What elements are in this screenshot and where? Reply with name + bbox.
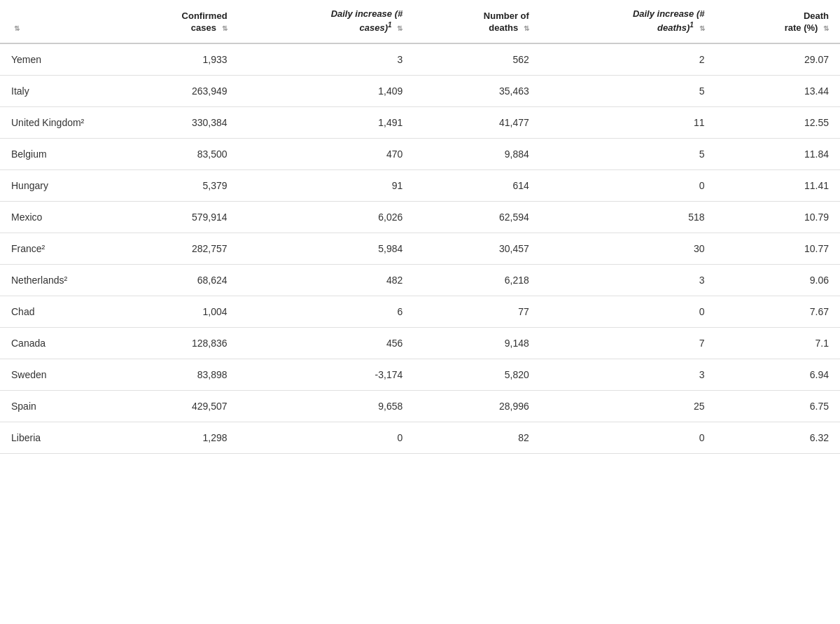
cell-country: Italy <box>0 76 112 107</box>
table-row: Spain429,5079,65828,996256.75 <box>0 391 840 422</box>
cell-daily_cases: 456 <box>239 328 414 359</box>
cell-death_rate: 6.75 <box>716 391 841 422</box>
cell-death_rate: 29.07 <box>716 43 841 76</box>
table-row: United Kingdom²330,3841,49141,4771112.55 <box>0 107 840 139</box>
cell-confirmed: 1,004 <box>112 296 239 328</box>
cell-confirmed: 68,624 <box>112 265 239 296</box>
sort-icon-daily-deaths: ⇅ <box>699 24 705 33</box>
cell-daily_deaths: 5 <box>540 76 716 107</box>
table-row: Belgium83,5004709,884511.84 <box>0 139 840 170</box>
cell-confirmed: 83,500 <box>112 139 239 170</box>
table-row: Netherlands²68,6244826,21839.06 <box>0 265 840 296</box>
table-row: Italy263,9491,40935,463513.44 <box>0 76 840 107</box>
table-row: Sweden83,898-3,1745,82036.94 <box>0 359 840 391</box>
cell-country: Canada <box>0 328 112 359</box>
cell-deaths: 30,457 <box>414 233 540 265</box>
cell-death_rate: 6.94 <box>716 359 841 391</box>
cell-country: Belgium <box>0 139 112 170</box>
col-header-country[interactable]: ⇅ <box>0 0 112 43</box>
cell-confirmed: 330,384 <box>112 107 239 139</box>
cell-deaths: 77 <box>414 296 540 328</box>
sort-icon-daily-cases: ⇅ <box>397 24 402 33</box>
cell-country: Yemen <box>0 43 112 76</box>
cell-daily_cases: -3,174 <box>239 359 414 391</box>
cell-deaths: 62,594 <box>414 202 540 233</box>
cell-daily_deaths: 7 <box>540 328 716 359</box>
cell-daily_cases: 5,984 <box>239 233 414 265</box>
col-label-death-rate: Deathrate (%) <box>785 11 829 33</box>
cell-death_rate: 10.77 <box>716 233 841 265</box>
cell-confirmed: 282,757 <box>112 233 239 265</box>
cell-daily_deaths: 0 <box>540 170 716 202</box>
cell-daily_deaths: 5 <box>540 139 716 170</box>
cell-daily_cases: 0 <box>239 422 414 454</box>
cell-deaths: 614 <box>414 170 540 202</box>
cell-deaths: 28,996 <box>414 391 540 422</box>
cell-deaths: 82 <box>414 422 540 454</box>
col-header-daily-cases[interactable]: Daily increase (#cases)1 ⇅ <box>239 0 414 43</box>
table-row: Liberia1,29808206.32 <box>0 422 840 454</box>
cell-death_rate: 12.55 <box>716 107 841 139</box>
cell-daily_cases: 6,026 <box>239 202 414 233</box>
cell-death_rate: 6.32 <box>716 422 841 454</box>
cell-country: Liberia <box>0 422 112 454</box>
cell-daily_cases: 470 <box>239 139 414 170</box>
cell-death_rate: 13.44 <box>716 76 841 107</box>
table-row: France²282,7575,98430,4573010.77 <box>0 233 840 265</box>
cell-country: Mexico <box>0 202 112 233</box>
cell-daily_deaths: 30 <box>540 233 716 265</box>
cell-daily_cases: 1,409 <box>239 76 414 107</box>
col-label-deaths: Number ofdeaths <box>484 11 529 33</box>
sort-icon-deaths: ⇅ <box>524 24 529 33</box>
cell-daily_deaths: 0 <box>540 296 716 328</box>
table-header-row: ⇅ Confirmedcases ⇅ Daily increase (#case… <box>0 0 840 43</box>
cell-death_rate: 7.67 <box>716 296 841 328</box>
cell-daily_deaths: 0 <box>540 422 716 454</box>
sort-icon-confirmed: ⇅ <box>222 24 227 33</box>
table-row: Chad1,00467707.67 <box>0 296 840 328</box>
cell-daily_cases: 3 <box>239 43 414 76</box>
table-row: Hungary5,37991614011.41 <box>0 170 840 202</box>
cell-deaths: 9,148 <box>414 328 540 359</box>
cell-daily_cases: 6 <box>239 296 414 328</box>
cell-daily_deaths: 518 <box>540 202 716 233</box>
cell-country: Spain <box>0 391 112 422</box>
table-row: Mexico579,9146,02662,59451810.79 <box>0 202 840 233</box>
cell-confirmed: 83,898 <box>112 359 239 391</box>
col-header-confirmed[interactable]: Confirmedcases ⇅ <box>112 0 239 43</box>
cell-daily_deaths: 11 <box>540 107 716 139</box>
col-header-daily-deaths[interactable]: Daily increase (#deaths)1 ⇅ <box>540 0 716 43</box>
cell-confirmed: 5,379 <box>112 170 239 202</box>
cell-deaths: 6,218 <box>414 265 540 296</box>
cell-country: Sweden <box>0 359 112 391</box>
cell-death_rate: 11.84 <box>716 139 841 170</box>
col-header-death-rate[interactable]: Deathrate (%) ⇅ <box>716 0 841 43</box>
col-label-daily-cases: Daily increase (#cases)1 <box>331 8 403 33</box>
cell-confirmed: 1,298 <box>112 422 239 454</box>
cell-confirmed: 429,507 <box>112 391 239 422</box>
covid-table: ⇅ Confirmedcases ⇅ Daily increase (#case… <box>0 0 840 454</box>
cell-daily_deaths: 2 <box>540 43 716 76</box>
sort-icon-death-rate: ⇅ <box>823 24 829 33</box>
cell-deaths: 5,820 <box>414 359 540 391</box>
cell-death_rate: 9.06 <box>716 265 841 296</box>
cell-daily_deaths: 25 <box>540 391 716 422</box>
cell-country: Hungary <box>0 170 112 202</box>
cell-daily_deaths: 3 <box>540 265 716 296</box>
col-label-confirmed: Confirmedcases <box>182 11 227 33</box>
table-row: Yemen1,9333562229.07 <box>0 43 840 76</box>
table-row: Canada128,8364569,14877.1 <box>0 328 840 359</box>
cell-daily_cases: 91 <box>239 170 414 202</box>
cell-country: France² <box>0 233 112 265</box>
col-label-daily-deaths: Daily increase (#deaths)1 <box>633 8 705 33</box>
cell-deaths: 35,463 <box>414 76 540 107</box>
cell-confirmed: 1,933 <box>112 43 239 76</box>
cell-death_rate: 10.79 <box>716 202 841 233</box>
col-header-deaths[interactable]: Number ofdeaths ⇅ <box>414 0 540 43</box>
cell-death_rate: 11.41 <box>716 170 841 202</box>
table-body: Yemen1,9333562229.07Italy263,9491,40935,… <box>0 43 840 454</box>
cell-country: Netherlands² <box>0 265 112 296</box>
cell-country: United Kingdom² <box>0 107 112 139</box>
cell-country: Chad <box>0 296 112 328</box>
cell-confirmed: 579,914 <box>112 202 239 233</box>
